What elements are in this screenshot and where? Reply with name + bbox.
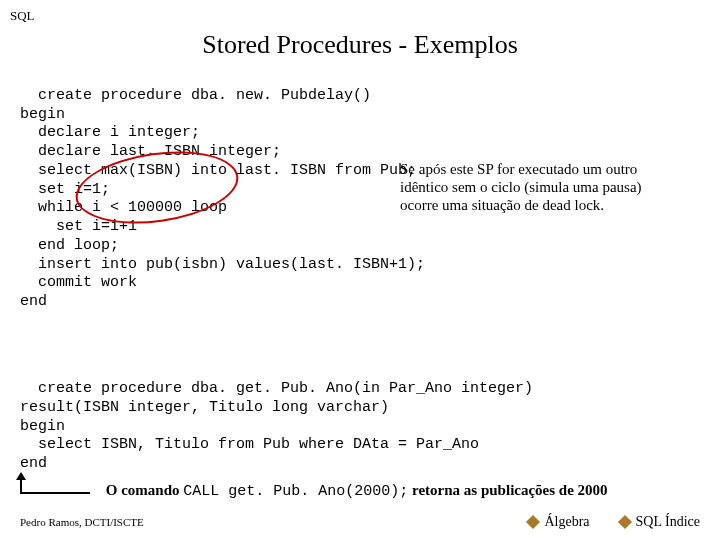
code-block-2: create procedure dba. get. Pub. Ano(in P… [20,361,700,474]
caption-suffix: retorna as publicações de 2000 [408,482,607,498]
caption-row: O comando CALL get. Pub. Ano(2000); reto… [20,482,700,500]
footer-link-index-label: SQL Índice [636,514,700,530]
caption-text: O comando CALL get. Pub. Ano(2000); reto… [106,482,608,498]
annotation-text: Se após este SP for executado um outro i… [400,160,680,214]
code-text-1: create procedure dba. new. Pubdelay() be… [20,87,425,310]
code-block-1: create procedure dba. new. Pubdelay() be… [20,68,700,349]
code-text-2: create procedure dba. get. Pub. Ano(in P… [20,380,533,472]
arrow-up-icon [20,477,90,494]
footer-link-algebra-label: Álgebra [544,514,589,530]
caption-mono: CALL get. Pub. Ano(2000); [183,483,408,500]
caption-prefix: O comando [106,482,184,498]
diamond-icon [618,515,632,529]
footer-link-algebra[interactable]: Álgebra [528,514,589,530]
diamond-icon [526,515,540,529]
page-title: Stored Procedures - Exemplos [20,30,700,60]
footer-author: Pedro Ramos, DCTI/ISCTE [20,516,498,528]
footer: Pedro Ramos, DCTI/ISCTE Álgebra SQL Índi… [0,514,720,530]
corner-label: SQL [10,8,35,24]
footer-link-index[interactable]: SQL Índice [620,514,700,530]
